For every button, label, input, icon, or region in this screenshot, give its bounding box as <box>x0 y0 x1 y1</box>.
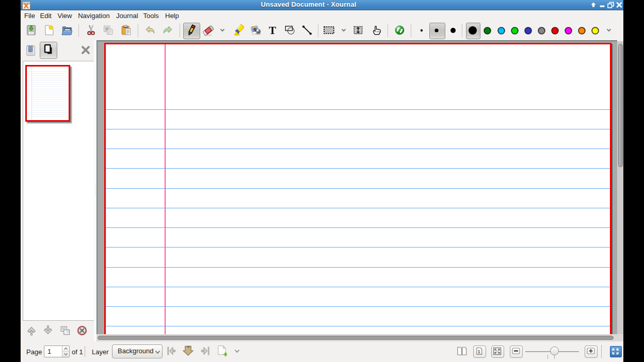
svg-text:1: 1 <box>477 349 480 354</box>
svg-text:T: T <box>269 25 276 36</box>
